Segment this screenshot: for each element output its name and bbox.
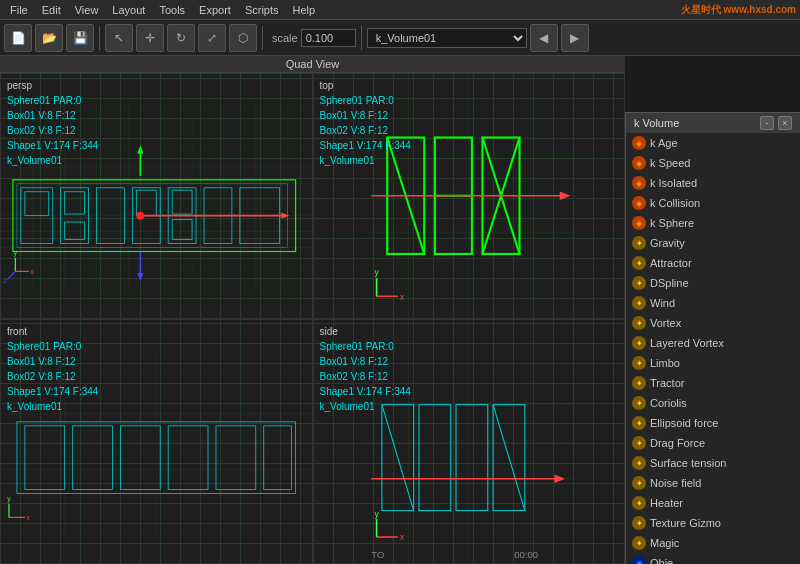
svg-text:x: x	[399, 292, 404, 302]
scale-label: scale	[272, 32, 298, 44]
toolbar-sep-1	[99, 26, 100, 50]
item-label-11: Limbo	[650, 357, 680, 369]
vp-persp-label: persp Sphere01 PAR:0 Box01 V:8 F:12 Box0…	[7, 78, 98, 168]
dropdown-item[interactable]: ✦ Vortex	[626, 313, 800, 333]
item-label-1: k Speed	[650, 157, 690, 169]
toolbar-sep-2	[262, 26, 263, 50]
item-label-21: Obje...	[650, 557, 682, 564]
svg-rect-74	[216, 425, 256, 489]
open-btn[interactable]: 📂	[35, 24, 63, 52]
svg-rect-25	[172, 190, 192, 214]
dropdown-item[interactable]: ✦ DSpline	[626, 273, 800, 293]
panel-close-btn[interactable]: ×	[778, 116, 792, 130]
scale-btn[interactable]: ⤢	[198, 24, 226, 52]
svg-text:00:00: 00:00	[514, 549, 538, 560]
item-icon-11: ✦	[632, 356, 646, 370]
dropdown-item[interactable]: ◈ k Speed	[626, 153, 800, 173]
watermark-text: 火星时代 www.hxsd.com	[681, 3, 796, 17]
item-icon-6: ✦	[632, 256, 646, 270]
dropdown-item[interactable]: ✦ Noise field	[626, 473, 800, 493]
viewport-side[interactable]: side Sphere01 PAR:0 Box01 V:8 F:12 Box02…	[313, 319, 626, 565]
right-panel: k Volume - × ◈ k Age◈ k Speed◈ k Isolate…	[625, 112, 800, 564]
menu-view[interactable]: View	[69, 2, 105, 18]
dropdown-item[interactable]: ✦ Tractor	[626, 373, 800, 393]
quad-view-title: Quad View	[0, 56, 625, 73]
item-icon-21: ◉	[632, 556, 646, 564]
dropdown-item[interactable]: ✦ Heater	[626, 493, 800, 513]
item-label-6: Attractor	[650, 257, 692, 269]
item-label-0: k Age	[650, 137, 678, 149]
dropdown-item[interactable]: ◉ Obje...	[626, 553, 800, 564]
svg-point-36	[136, 212, 144, 220]
menu-export[interactable]: Export	[193, 2, 237, 18]
dropdown-list: ◈ k Age◈ k Speed◈ k Isolated◈ k Collisio…	[626, 133, 800, 564]
scale-input[interactable]	[301, 29, 356, 47]
menu-layout[interactable]: Layout	[106, 2, 151, 18]
viewport-top[interactable]: top Sphere01 PAR:0 Box01 V:8 F:12 Box02 …	[313, 73, 626, 319]
tool5-btn[interactable]: ⬡	[229, 24, 257, 52]
menu-edit[interactable]: Edit	[36, 2, 67, 18]
nav-next-btn[interactable]: ▶	[561, 24, 589, 52]
dropdown-item[interactable]: ✦ Surface tension	[626, 453, 800, 473]
item-icon-2: ◈	[632, 176, 646, 190]
toolbar: 📄 📂 💾 ↖ ✛ ↻ ⤢ ⬡ scale k_Volume01 ◀ ▶	[0, 20, 800, 56]
menu-help[interactable]: Help	[287, 2, 322, 18]
select-btn[interactable]: ↖	[105, 24, 133, 52]
item-icon-13: ✦	[632, 396, 646, 410]
svg-rect-17	[25, 192, 49, 216]
rotate-btn[interactable]: ↻	[167, 24, 195, 52]
dropdown-item[interactable]: ✦ Attractor	[626, 253, 800, 273]
dropdown-item[interactable]: ✦ Magic	[626, 533, 800, 553]
item-icon-18: ✦	[632, 496, 646, 510]
object-selector[interactable]: k_Volume01	[367, 28, 527, 48]
dropdown-item[interactable]: ◈ k Sphere	[626, 213, 800, 233]
dropdown-item[interactable]: ✦ Drag Force	[626, 433, 800, 453]
item-label-12: Tractor	[650, 377, 684, 389]
vp-front-label: front Sphere01 PAR:0 Box01 V:8 F:12 Box0…	[7, 324, 98, 414]
dropdown-item[interactable]: ✦ Limbo	[626, 353, 800, 373]
new-file-btn[interactable]: 📄	[4, 24, 32, 52]
move-btn[interactable]: ✛	[136, 24, 164, 52]
dropdown-item[interactable]: ✦ Gravity	[626, 233, 800, 253]
item-label-14: Ellipsoid force	[650, 417, 718, 429]
dropdown-item[interactable]: ✦ Coriolis	[626, 393, 800, 413]
panel-minimize-btn[interactable]: -	[760, 116, 774, 130]
svg-marker-31	[137, 146, 143, 154]
dropdown-item[interactable]: ✦ Texture Gizmo	[626, 513, 800, 533]
save-btn[interactable]: 💾	[66, 24, 94, 52]
item-label-9: Vortex	[650, 317, 681, 329]
svg-rect-71	[73, 425, 113, 489]
svg-rect-75	[264, 425, 292, 489]
item-icon-9: ✦	[632, 316, 646, 330]
svg-text:y: y	[374, 508, 379, 518]
item-label-4: k Sphere	[650, 217, 694, 229]
viewport-persp[interactable]: persp Sphere01 PAR:0 Box01 V:8 F:12 Box0…	[0, 73, 313, 319]
vp-side-label: side Sphere01 PAR:0 Box01 V:8 F:12 Box02…	[320, 324, 411, 414]
menu-tools[interactable]: Tools	[153, 2, 191, 18]
menu-file[interactable]: File	[4, 2, 34, 18]
item-icon-12: ✦	[632, 376, 646, 390]
viewport-front[interactable]: front Sphere01 PAR:0 Box01 V:8 F:12 Box0…	[0, 319, 313, 565]
svg-rect-19	[65, 192, 85, 214]
item-icon-19: ✦	[632, 516, 646, 530]
dropdown-item[interactable]: ◈ k Collision	[626, 193, 800, 213]
dropdown-item[interactable]: ✦ Ellipsoid force	[626, 413, 800, 433]
item-label-15: Drag Force	[650, 437, 705, 449]
vp-top-label: top Sphere01 PAR:0 Box01 V:8 F:12 Box02 …	[320, 78, 411, 168]
dropdown-item[interactable]: ✦ Wind	[626, 293, 800, 313]
nav-prev-btn[interactable]: ◀	[530, 24, 558, 52]
svg-rect-70	[25, 425, 65, 489]
item-icon-3: ◈	[632, 196, 646, 210]
dropdown-item[interactable]: ◈ k Isolated	[626, 173, 800, 193]
item-label-7: DSpline	[650, 277, 689, 289]
menu-bar: File Edit View Layout Tools Export Scrip…	[0, 0, 800, 20]
svg-text:y: y	[14, 249, 18, 257]
item-icon-7: ✦	[632, 276, 646, 290]
dropdown-item[interactable]: ◈ k Age	[626, 133, 800, 153]
dropdown-item[interactable]: ✦ Layered Vortex	[626, 333, 800, 353]
item-label-10: Layered Vortex	[650, 337, 724, 349]
item-icon-17: ✦	[632, 476, 646, 490]
quad-area: Quad View persp Sphere01 PAR:0 Box01 V:8…	[0, 56, 625, 564]
menu-scripts[interactable]: Scripts	[239, 2, 285, 18]
item-label-16: Surface tension	[650, 457, 726, 469]
